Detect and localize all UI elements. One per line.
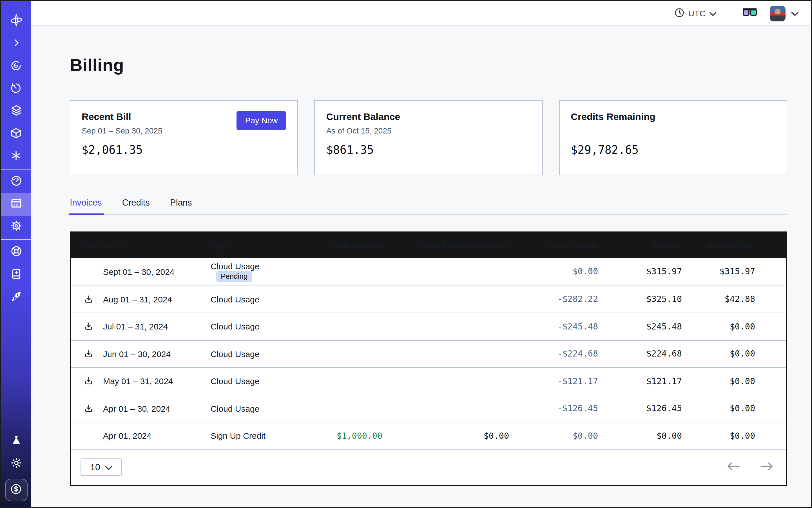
credits-remaining-card: Credits Remaining $29,782.65 — [559, 100, 787, 175]
subtotal: $121.17 — [646, 376, 682, 386]
layers-icon — [10, 104, 22, 119]
gauge-icon — [10, 175, 22, 189]
credits-remaining-amount: $29,782.65 — [571, 143, 775, 157]
credit-usage: -$245.48 — [557, 322, 598, 332]
tab-credits[interactable]: Credits — [122, 198, 150, 214]
book-sparkle-icon — [10, 268, 22, 282]
subtotal: $315.97 — [646, 267, 682, 277]
column-header: Balance Due — [682, 241, 786, 250]
table-row: Apr 01 – 30, 2024 Cloud Usage -$126.45 $… — [71, 394, 786, 422]
subtotal: $126.45 — [646, 404, 682, 414]
table-row: Apr 01, 2024 Sign Up Credit $1,000.00 $0… — [71, 422, 786, 449]
sidebar-item-functions[interactable] — [1, 145, 31, 168]
invoice-type: Cloud Usage — [211, 322, 259, 331]
table-row: May 01 – 31, 2024 Cloud Usage -$121.17 $… — [71, 367, 786, 394]
balance-due: $315.97 — [720, 267, 755, 277]
clock-icon — [675, 8, 684, 19]
balance-due: $0.00 — [730, 431, 755, 441]
card-subtitle: As of Oct 15, 2025 — [326, 126, 531, 136]
page-size-select[interactable]: 10 — [81, 458, 122, 476]
sidebar-item-getting-started[interactable] — [1, 286, 31, 309]
sidebar-item-usage[interactable] — [1, 171, 31, 193]
current-balance-card: Current Balance As of Oct 15, 2025 $861.… — [314, 100, 543, 175]
sidebar-expand-button[interactable] — [1, 33, 31, 55]
sidebar-item-docs[interactable] — [1, 263, 31, 286]
page-size-value: 10 — [90, 462, 100, 472]
recent-bill-card: Recent Bill Sep 01 – Sep 30, 2025 $2,061… — [70, 100, 298, 175]
previous-page-button[interactable] — [727, 462, 740, 472]
chevron-down-icon — [710, 8, 716, 18]
rocket-icon — [10, 290, 22, 304]
timezone-selector[interactable]: UTC — [675, 8, 716, 19]
sidebar-item-billing[interactable] — [1, 193, 31, 216]
page-title: Billing — [70, 55, 787, 76]
invoice-type: Cloud Usage — [211, 349, 259, 359]
credit-usage: $0.00 — [573, 267, 598, 277]
card-title: Credits Remaining — [571, 112, 775, 123]
card-title: Current Balance — [326, 112, 531, 123]
sidebar-item-support[interactable] — [1, 241, 31, 263]
card-subtitle — [571, 126, 775, 136]
tab-plans[interactable]: Plans — [170, 198, 192, 214]
download-invoice-button[interactable] — [84, 377, 103, 386]
download-invoice-button[interactable] — [84, 295, 103, 304]
table-row: Jul 01 – 31, 2024 Cloud Usage -$245.48 $… — [71, 312, 786, 340]
credit-usage: $0.00 — [573, 431, 598, 441]
invoice-date: Jul 01 – 31, 2024 — [103, 322, 168, 331]
sidebar-item-settings[interactable] — [1, 216, 31, 238]
status-badge: Pending — [216, 271, 252, 282]
sidebar-divider — [1, 239, 31, 240]
next-page-button[interactable] — [760, 462, 773, 472]
table-row: Jun 01 – 30, 2024 Cloud Usage -$224.68 $… — [71, 340, 786, 367]
billing-card-icon — [10, 197, 22, 212]
credit-usage: -$126.45 — [557, 404, 598, 414]
table-header: Date (UTC) Type Credit Granted Credit Pu… — [71, 232, 786, 258]
column-header: Credit Granted — [295, 241, 382, 250]
table-row: Sept 01 – 30, 2024 Cloud UsagePending $0… — [71, 258, 786, 285]
pay-now-button[interactable]: Pay Now — [237, 111, 286, 130]
balance-due: $0.00 — [730, 349, 755, 359]
recent-bill-amount: $2,061.35 — [82, 143, 286, 157]
column-header: Type — [211, 241, 295, 250]
cube-icon — [10, 127, 22, 141]
sidebar-divider — [1, 169, 31, 170]
chevron-right-icon — [11, 38, 21, 50]
download-invoice-button[interactable] — [84, 322, 103, 331]
credit-usage: -$224.68 — [557, 349, 598, 359]
invoice-date: Apr 01, 2024 — [103, 431, 152, 441]
sidebar-item-history[interactable] — [1, 78, 31, 100]
sidebar-item-labs[interactable] — [10, 430, 22, 453]
download-invoice-button[interactable] — [84, 404, 103, 413]
column-header: Subtotal — [598, 241, 682, 250]
lifebuoy-icon — [10, 245, 22, 260]
3d-glasses-icon[interactable] — [742, 8, 757, 19]
billing-tabs: Invoices Credits Plans — [70, 198, 787, 215]
sidebar-item-cube[interactable] — [1, 123, 31, 145]
invoice-type: Cloud Usage — [211, 295, 259, 304]
table-footer: 10 — [71, 449, 786, 484]
invoices-table: Date (UTC) Type Credit Granted Credit Pu… — [70, 231, 787, 486]
timezone-label: UTC — [688, 8, 706, 18]
credits-button[interactable] — [5, 479, 27, 501]
asterisk-icon — [10, 150, 22, 164]
column-header: Date (UTC) — [71, 241, 211, 250]
balance-due: $0.00 — [730, 322, 755, 332]
subtotal: $224.68 — [646, 349, 682, 359]
chevron-down-icon[interactable] — [791, 8, 799, 18]
gear-icon — [10, 220, 22, 234]
sidebar-item-layers[interactable] — [1, 100, 31, 123]
tab-invoices[interactable]: Invoices — [70, 198, 102, 214]
user-avatar[interactable] — [770, 5, 785, 21]
invoice-date: Aug 01 – 31, 2024 — [103, 295, 172, 304]
credit-usage: -$282.22 — [557, 294, 598, 304]
sidebar — [1, 1, 31, 507]
subtotal: $0.00 — [656, 431, 682, 441]
iris-icon — [10, 59, 22, 74]
subtotal: $325.10 — [646, 294, 682, 304]
theme-toggle[interactable] — [10, 453, 22, 475]
invoice-type: Sign Up Credit — [211, 431, 265, 441]
download-invoice-button[interactable] — [84, 349, 103, 359]
invoice-type: Cloud Usage — [211, 404, 259, 413]
sidebar-item-observe[interactable] — [1, 55, 31, 78]
invoice-date: Apr 01 – 30, 2024 — [103, 404, 170, 413]
